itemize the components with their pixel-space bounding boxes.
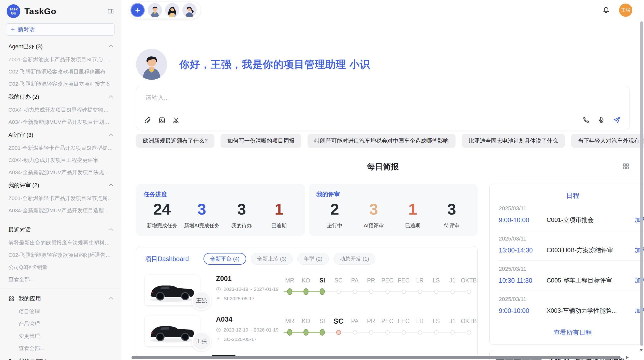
list-item[interactable]: C02-飞腾新能源轻客改款项目里程碑画布 xyxy=(0,66,121,78)
section-my-review[interactable]: 我的评审 (2) xyxy=(0,178,121,192)
milestone-label: PA xyxy=(347,275,363,286)
horizontal-scrollbar[interactable] xyxy=(131,356,621,359)
greeting-row: 你好，王强，我是你的项目管理助理 小识 xyxy=(136,49,630,80)
new-chat-button[interactable]: + 新对话 xyxy=(6,23,115,36)
scroll-right-arrow[interactable] xyxy=(626,356,629,359)
scroll-down-arrow[interactable] xyxy=(639,349,643,351)
milestone-node-done xyxy=(287,329,292,336)
suggestion-chip[interactable]: 特朗普可能对进口汽车增税会对中国车企造成哪些影响 xyxy=(308,134,456,148)
schedule-date: 2025/03/11 xyxy=(499,296,644,303)
milestone-node xyxy=(418,290,422,294)
image-icon[interactable] xyxy=(158,116,166,124)
vertical-scrollbar[interactable] xyxy=(640,21,643,346)
schedule-time: 9:00-10:00 xyxy=(499,216,547,224)
list-item[interactable]: A034-全新新能源MUV产品开发项目造型可行性评审 xyxy=(0,204,121,217)
milestone-label: KO xyxy=(298,275,314,286)
chevron-up-icon[interactable] xyxy=(109,45,113,49)
section-recent-chats[interactable]: 最近对话 xyxy=(0,223,121,237)
chevron-up-icon[interactable] xyxy=(109,184,113,188)
schedule-item[interactable]: 2025/03/11 10:30-11:30 C005-整车工程目标评审 加入 xyxy=(499,261,644,291)
stat-new-done: 24 新增完成任务 xyxy=(147,199,177,229)
filter-tab-new-body[interactable]: 全新上装 (3) xyxy=(251,253,293,265)
agent-avatar-3[interactable] xyxy=(182,3,197,17)
section-title: 我的待办 (2) xyxy=(8,93,39,101)
filter-tab-new-platform[interactable]: 全新平台 (4) xyxy=(203,253,246,265)
add-agent-button[interactable]: + xyxy=(130,3,145,17)
sidebar-item-label: 我的应用 xyxy=(19,295,41,303)
schedule-item[interactable]: 2025/03/11 9:00-10:00 C001-立项审批会 加入 xyxy=(499,200,644,230)
section-ai-review[interactable]: AI评审 (3) xyxy=(0,128,121,142)
suggestion-chip[interactable]: 比亚迪全固态电池计划具体说了什么 xyxy=(462,134,565,148)
chevron-up-icon[interactable] xyxy=(109,228,113,233)
schedule-panel: 日程 2025/03/11 9:00-10:00 C001-立项审批会 加入 2… xyxy=(489,184,644,344)
logo-line2: Go xyxy=(11,11,16,15)
sidebar-item-cloud-space[interactable]: 我的云空间 xyxy=(0,354,121,360)
sidebar-item-my-apps[interactable]: 我的应用 xyxy=(0,292,121,306)
chevron-up-icon[interactable] xyxy=(109,95,113,100)
list-item[interactable]: A034-全新新能源MUV产品开发项目法规符合性评审 xyxy=(0,166,121,178)
suggestion-chip[interactable]: 如何写一份清晰的项目周报 xyxy=(221,134,301,148)
view-all-chats-link[interactable]: 查看全部... xyxy=(0,273,121,286)
send-icon[interactable] xyxy=(613,116,621,124)
chevron-up-icon[interactable] xyxy=(109,297,113,302)
list-item[interactable]: 公司Q3轻卡销量 xyxy=(0,261,121,273)
list-item[interactable]: C0X4-动力总成开发项目SI里程碑提交物检查 xyxy=(0,104,121,116)
chat-input[interactable] xyxy=(145,94,478,101)
sidebar-item-product-mgmt[interactable]: 产品管理 xyxy=(0,318,121,330)
agent-avatar-2[interactable] xyxy=(165,3,179,17)
greeting-text: 你好，王强，我是你的项目管理助理 小识 xyxy=(179,57,370,71)
milestone-node xyxy=(402,290,406,294)
app-window: Task Go TaskGo + 新对话 Agent已办 (3) Z001-全新… xyxy=(0,0,644,360)
task-progress-card: 任务进度 24 新增完成任务 3 新增AI完成任务 xyxy=(136,184,305,236)
notification-bell-icon[interactable] xyxy=(602,6,610,14)
list-item[interactable]: Z001-全新燃油轻卡产品开发项目SI造型提交物评审 xyxy=(0,142,121,154)
view-all-apps-link[interactable]: 查看全部... xyxy=(0,342,121,354)
list-item[interactable]: 解释最新出台的欧盟报废车法规再生塑料比例被调至15%... xyxy=(0,237,121,249)
folder-icon xyxy=(8,358,14,360)
milestone-label: FEC xyxy=(396,316,412,326)
suggestion-chip[interactable]: 欧洲新规最近颁布了什么? xyxy=(136,134,214,148)
milestone-node-done xyxy=(303,329,309,336)
section-title: 我的评审 (2) xyxy=(8,182,39,189)
user-avatar[interactable]: 王强 xyxy=(619,4,632,17)
sidebar-item-project-mgmt[interactable]: 项目管理 xyxy=(0,306,121,318)
chevron-up-icon[interactable] xyxy=(109,133,113,138)
divider xyxy=(0,220,121,220)
stat-overdue: 1 已逾期 xyxy=(264,199,294,229)
sidebar-collapse-icon[interactable] xyxy=(107,8,114,14)
sidebar-item-change-mgmt[interactable]: 变更管理 xyxy=(0,330,121,342)
filter-tab-year-model[interactable]: 年型 (2) xyxy=(297,253,329,265)
list-item[interactable]: C0X4-动力总成开发项目工程变更评审 xyxy=(0,154,121,166)
list-item[interactable]: A034-全新新能源MUV产品开发项目计划变更表编写 xyxy=(0,116,121,128)
milestone-label: OKTB xyxy=(461,275,477,286)
list-item[interactable]: C02-飞腾新能源轻客改款项目立项汇报方案 xyxy=(0,78,121,90)
section-agent-done[interactable]: Agent已办 (3) xyxy=(0,40,121,53)
microphone-icon[interactable] xyxy=(597,116,605,124)
briefing-title: 每日简报 xyxy=(136,161,630,172)
schedule-item[interactable]: 2025/03/11 13:00-14:30 C003|H0B-方案冻结评审 加… xyxy=(499,230,644,261)
view-all-schedule-link[interactable]: 查看所有日程 xyxy=(499,321,644,340)
phone-icon[interactable] xyxy=(582,116,590,124)
list-item[interactable]: C02-飞腾新能源轻客改款项目的闭环通告反馈情况 xyxy=(0,249,121,261)
project-row[interactable]: 王强 A034 2023-12-19 ~ 2026-01-19 xyxy=(145,316,469,346)
scissors-icon[interactable] xyxy=(172,116,180,124)
suggestion-chip[interactable]: 当下年轻人对汽车外观有怎样的喜好趋势 xyxy=(571,134,644,148)
stat-my-todo: 3 我的待办 xyxy=(226,199,257,229)
schedule-date: 2025/03/11 xyxy=(499,235,644,242)
filter-tab-powertrain[interactable]: 动总开发 (1) xyxy=(333,253,376,265)
milestone-label: LS xyxy=(428,275,444,286)
flag-icon xyxy=(216,337,221,342)
schedule-name: C003|H0B-方案冻结评审 xyxy=(547,246,631,254)
sidebar-scroll-area[interactable]: Agent已办 (3) Z001-全新燃油皮卡产品开发项目SI节点Lesson … xyxy=(0,38,121,360)
layout-grid-icon[interactable] xyxy=(622,162,630,170)
schedule-item[interactable]: 2025/03/11 9:00-10:00 X003-车辆动力学性能验... 加… xyxy=(499,291,644,321)
attachment-icon[interactable] xyxy=(144,116,152,124)
list-item[interactable]: Z001-全新燃油轻卡产品开发项目SI节点属性5D文件评审 xyxy=(0,192,121,204)
project-row[interactable]: 王强 Z001 2023-12-19 ~ 2027-01-19 xyxy=(145,275,469,305)
agent-avatar-1[interactable] xyxy=(148,3,162,17)
sidebar: Task Go TaskGo + 新对话 Agent已办 (3) Z001-全新… xyxy=(0,0,121,360)
schedule-name: X003-车辆动力学性能验... xyxy=(547,307,631,315)
section-my-todo[interactable]: 我的待办 (2) xyxy=(0,90,121,104)
list-item[interactable]: Z001-全新燃油皮卡产品开发项目SI节点Lesson Learn报告 xyxy=(0,53,121,66)
milestone-label: SC xyxy=(330,275,347,286)
